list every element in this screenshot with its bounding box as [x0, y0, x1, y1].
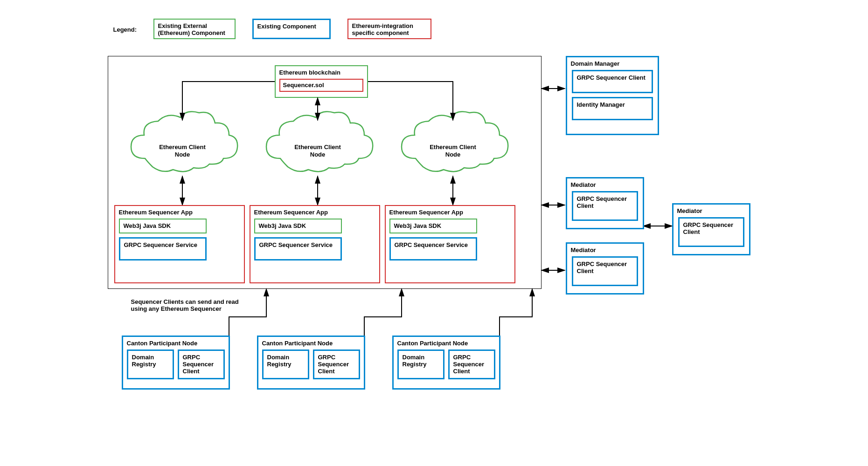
domain-registry-3: Domain Registry: [397, 350, 444, 379]
legend-external-text: Existing External (Ethereum) Component: [154, 20, 235, 39]
legend-external-box: Existing External (Ethereum) Component: [153, 19, 236, 39]
domain-registry-2: Domain Registry: [262, 350, 309, 379]
grpc-client-p3: GRPC Sequencer Client: [448, 350, 495, 379]
participant-2: Canton Participant Node Domain Registry …: [257, 336, 365, 390]
sequencer-note: Sequencer Clients can send and read usin…: [131, 298, 243, 312]
sequencer-app-1-title: Ethereum Sequencer App: [115, 206, 244, 219]
mediator-1-title: Mediator: [567, 178, 643, 191]
mediator-2: Mediator GRPC Sequencer Client: [672, 203, 750, 255]
participant-2-title: Canton Participant Node: [258, 337, 364, 350]
web3j-sdk-1: Web3j Java SDK: [119, 219, 207, 233]
participant-1: Canton Participant Node Domain Registry …: [122, 336, 230, 390]
legend-eth-specific-box: Ethereum-integration specific component: [347, 19, 431, 39]
legend-existing-box: Existing Component: [252, 19, 331, 39]
legend-eth-specific-text: Ethereum-integration specific component: [348, 20, 431, 39]
grpc-client-p2-text: GRPC Sequencer Client: [314, 351, 359, 377]
web3j-sdk-2: Web3j Java SDK: [254, 219, 342, 233]
participant-1-title: Canton Participant Node: [123, 337, 229, 350]
sequencer-sol-text: Sequencer.sol: [280, 80, 362, 90]
dm-grpc-client-text: GRPC Sequencer Client: [573, 71, 652, 84]
grpc-service-3: GRPC Sequencer Service: [389, 237, 477, 260]
participant-3: Canton Participant Node Domain Registry …: [392, 336, 500, 390]
mediator-3-title: Mediator: [567, 244, 643, 256]
sequencer-app-1: Ethereum Sequencer App Web3j Java SDK GR…: [114, 205, 245, 283]
mediator-3-grpc-text: GRPC Sequencer Client: [573, 258, 637, 277]
mediator-3-grpc: GRPC Sequencer Client: [572, 256, 638, 286]
mediator-1: Mediator GRPC Sequencer Client: [566, 177, 644, 229]
domain-manager: Domain Manager GRPC Sequencer Client Ide…: [566, 56, 659, 135]
domain-manager-title: Domain Manager: [567, 57, 658, 70]
legend-label: Legend:: [113, 26, 137, 33]
web3j-sdk-3: Web3j Java SDK: [389, 219, 477, 233]
grpc-client-p3-text: GRPC Sequencer Client: [450, 351, 494, 377]
grpc-service-2-text: GRPC Sequencer Service: [256, 239, 340, 251]
mediator-1-grpc-text: GRPC Sequencer Client: [573, 192, 637, 212]
grpc-service-1-text: GRPC Sequencer Service: [120, 239, 205, 251]
participant-3-title: Canton Participant Node: [394, 337, 499, 350]
mediator-2-title: Mediator: [674, 205, 749, 217]
grpc-service-2: GRPC Sequencer Service: [254, 237, 342, 260]
domain-registry-2-text: Domain Registry: [264, 351, 308, 370]
ethereum-blockchain-title: Ethereum blockchain: [276, 66, 367, 79]
sequencer-sol-box: Sequencer.sol: [279, 79, 363, 92]
dm-identity-manager: Identity Manager: [572, 97, 653, 120]
grpc-client-p1: GRPC Sequencer Client: [178, 350, 225, 379]
mediator-2-grpc-text: GRPC Sequencer Client: [680, 219, 743, 238]
ethereum-blockchain-box: Ethereum blockchain Sequencer.sol: [275, 65, 368, 98]
sequencer-app-3-title: Ethereum Sequencer App: [386, 206, 514, 219]
grpc-client-p2: GRPC Sequencer Client: [313, 350, 360, 379]
sequencer-app-3: Ethereum Sequencer App Web3j Java SDK GR…: [385, 205, 515, 283]
grpc-service-1: GRPC Sequencer Service: [119, 237, 207, 260]
domain-registry-3-text: Domain Registry: [399, 351, 443, 370]
mediator-3: Mediator GRPC Sequencer Client: [566, 242, 644, 295]
legend-existing-text: Existing Component: [254, 20, 329, 33]
web3j-sdk-3-text: Web3j Java SDK: [390, 219, 476, 232]
domain-registry-1-text: Domain Registry: [128, 351, 173, 370]
grpc-client-p1-text: GRPC Sequencer Client: [179, 351, 223, 377]
dm-identity-manager-text: Identity Manager: [573, 98, 652, 111]
mediator-2-grpc: GRPC Sequencer Client: [678, 217, 744, 247]
domain-registry-1: Domain Registry: [127, 350, 174, 379]
web3j-sdk-2-text: Web3j Java SDK: [255, 219, 341, 232]
web3j-sdk-1-text: Web3j Java SDK: [120, 219, 206, 232]
sequencer-app-2: Ethereum Sequencer App Web3j Java SDK GR…: [250, 205, 380, 283]
sequencer-app-2-title: Ethereum Sequencer App: [250, 206, 379, 219]
dm-grpc-client: GRPC Sequencer Client: [572, 70, 653, 93]
grpc-service-3-text: GRPC Sequencer Service: [391, 239, 476, 251]
mediator-1-grpc: GRPC Sequencer Client: [572, 191, 638, 221]
